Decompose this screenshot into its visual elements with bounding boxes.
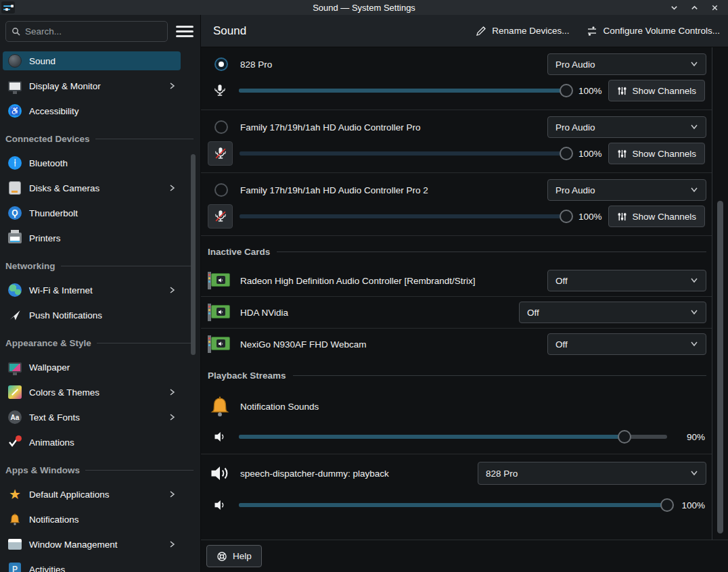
volume-slider[interactable] (239, 430, 667, 444)
inactive-card-nexigo-webcam: NexiGo N930AF FHD Webcam Off (201, 329, 712, 360)
search-box[interactable] (5, 21, 168, 42)
wallpaper-icon (7, 360, 22, 375)
sidebar-item-display-monitor[interactable]: Display & Monitor (3, 76, 181, 95)
slider-handle[interactable] (560, 84, 573, 97)
sliders-icon (587, 26, 597, 37)
scrollbar-gutter (712, 47, 728, 540)
show-channels-button[interactable]: Show Channels (608, 206, 705, 227)
bell-icon (7, 512, 22, 527)
sidebar-section-connected-devices: Connected Devices (5, 134, 194, 144)
volume-slider[interactable] (239, 498, 667, 512)
slider-handle[interactable] (560, 210, 573, 223)
show-channels-button[interactable]: Show Channels (608, 143, 705, 164)
volume-slider[interactable] (240, 210, 566, 223)
main-panel: Sound Rename Devices... Configure Volume… (201, 15, 728, 572)
titlebar[interactable]: Sound — System Settings (0, 0, 728, 15)
stream-notification-sounds: Notification Sounds (201, 389, 712, 424)
device-name: 828 Pro (240, 59, 272, 70)
help-lifebuoy-icon (217, 551, 227, 562)
speaker-icon (208, 497, 232, 513)
sidebar-item-activities[interactable]: P Activities (3, 560, 181, 572)
volume-percent: 90% (674, 432, 705, 442)
chevron-down-icon (689, 275, 699, 287)
help-button[interactable]: Help (206, 545, 262, 567)
show-channels-button[interactable]: Show Channels (608, 80, 705, 101)
hamburger-menu-button[interactable] (175, 22, 195, 40)
microphone-muted-icon (213, 209, 228, 224)
sidebar-section-networking: Networking (5, 261, 194, 271)
animations-icon (7, 435, 22, 450)
chevron-right-icon (167, 490, 177, 499)
stream-speech-dispatcher: speech-dispatcher-dummy: playback 828 Pr… (201, 454, 712, 492)
sidebar-item-disks-cameras[interactable]: Disks & Cameras (3, 178, 181, 197)
microphone-muted-icon (213, 146, 228, 161)
maximize-icon[interactable] (689, 2, 700, 13)
microphone-mute-button[interactable] (208, 141, 233, 166)
microphone-mute-button[interactable] (208, 204, 233, 229)
profile-dropdown[interactable]: Pro Audio (547, 53, 706, 75)
configure-volume-controls-button[interactable]: Configure Volume Controls... (587, 26, 720, 37)
stream-name: speech-dispatcher-dummy: playback (240, 469, 389, 479)
search-input[interactable] (25, 26, 162, 37)
sidebar-item-thunderbolt[interactable]: Ϙ Thunderbolt (3, 204, 181, 222)
channels-icon (617, 212, 627, 222)
sidebar-item-text-fonts[interactable]: Aa Text & Fonts (3, 408, 181, 427)
activities-icon: P (7, 562, 22, 572)
slider-handle[interactable] (618, 430, 631, 444)
chevron-right-icon (167, 183, 177, 193)
sidebar-item-window-management[interactable]: Window Management (3, 535, 181, 554)
sidebar-item-animations[interactable]: Animations (3, 433, 181, 452)
volume-percent: 100% (573, 212, 601, 222)
slider-handle[interactable] (560, 147, 573, 160)
palette-icon (7, 385, 22, 400)
microphone-mute-button[interactable] (208, 78, 232, 103)
speaker-waves-icon (208, 461, 232, 485)
chevron-down-icon (689, 59, 699, 70)
chevron-down-icon (689, 339, 699, 350)
rename-devices-button[interactable]: Rename Devices... (476, 26, 569, 37)
sidebar-item-wifi-internet[interactable]: Wi-Fi & Internet (3, 281, 181, 300)
stream-name: Notification Sounds (240, 402, 319, 412)
card-profile-dropdown[interactable]: Off (547, 270, 706, 291)
close-icon[interactable] (709, 2, 720, 13)
sidebar-item-bluetooth[interactable]: ᛂ Bluetooth (3, 153, 181, 172)
system-settings-window: Sound — System Settings (0, 0, 728, 572)
chevron-down-icon (689, 185, 699, 196)
thunderbolt-icon: Ϙ (7, 206, 22, 220)
output-device-dropdown[interactable]: 828 Pro (478, 462, 706, 485)
sidebar-scrollbar[interactable] (191, 154, 196, 355)
sidebar-item-notifications[interactable]: Notifications (3, 510, 181, 529)
sidebar-item-accessibility[interactable]: ♿ Accessibility (3, 101, 181, 120)
device-row-family-hd-audio-pro: Family 17h/19h/1ah HD Audio Controller P… (201, 110, 712, 172)
sidebar-item-default-applications[interactable]: ★ Default Applications (3, 485, 181, 504)
sidebar-item-sound[interactable]: Sound (3, 51, 181, 70)
main-scrollbar[interactable] (717, 201, 723, 533)
sidebar-item-printers[interactable]: Printers (3, 229, 181, 247)
sound-card-icon (208, 334, 232, 354)
profile-dropdown[interactable]: Pro Audio (547, 116, 706, 138)
footer: Help (201, 540, 728, 572)
inactive-card-radeon: Radeon High Definition Audio Controller … (201, 265, 712, 296)
device-radio[interactable] (214, 183, 228, 197)
device-radio[interactable] (214, 120, 228, 134)
device-radio-selected[interactable] (214, 57, 228, 71)
sound-card-icon (208, 302, 232, 323)
card-profile-dropdown[interactable]: Off (547, 333, 706, 355)
chevron-down-icon (689, 468, 699, 479)
volume-slider[interactable] (239, 84, 566, 97)
profile-dropdown[interactable]: Pro Audio (547, 179, 706, 201)
sidebar-item-wallpaper[interactable]: Wallpaper (3, 358, 181, 377)
chevron-down-icon (689, 307, 699, 318)
notification-bell-icon (208, 394, 232, 419)
fonts-icon: Aa (7, 410, 22, 425)
sidebar-item-colors-themes[interactable]: Colors & Themes (3, 383, 181, 402)
accessibility-icon: ♿ (7, 103, 22, 118)
paper-plane-icon (7, 308, 22, 323)
sidebar-item-push-notifications[interactable]: Push Notifications (3, 306, 181, 325)
card-profile-dropdown[interactable]: Off (519, 302, 706, 323)
separator (201, 235, 712, 236)
slider-handle[interactable] (660, 498, 674, 512)
volume-slider[interactable] (240, 147, 566, 160)
minimize-icon[interactable] (668, 2, 679, 13)
volume-percent: 100% (573, 149, 601, 159)
